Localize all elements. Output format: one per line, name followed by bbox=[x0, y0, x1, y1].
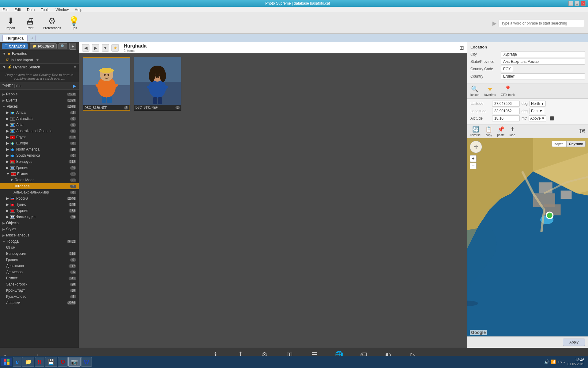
taskbar-word[interactable]: W bbox=[81, 357, 92, 367]
gps-gpx-button[interactable]: 📍 GPX track bbox=[501, 85, 515, 97]
dynamic-search-header[interactable]: ▼ ⚡ Dynamic Search ≡ bbox=[0, 63, 79, 71]
map-image[interactable]: Google bbox=[467, 138, 588, 336]
dynamic-search-menu[interactable]: ≡ bbox=[74, 65, 76, 70]
altitude-input[interactable] bbox=[492, 115, 520, 121]
tree-styles[interactable]: ▶ Styles bbox=[0, 226, 79, 232]
tree-kronstadt[interactable]: Кронштадт 30 bbox=[0, 287, 79, 293]
add-button[interactable]: + bbox=[69, 43, 76, 50]
nav-forward-button[interactable]: ▶ bbox=[92, 44, 99, 52]
nav-back-button[interactable]: ◀ bbox=[82, 44, 89, 52]
favorites-header[interactable]: ▼ ★ Favorites bbox=[0, 50, 79, 57]
menu-window[interactable]: Window bbox=[54, 8, 70, 12]
tips-button[interactable]: 💡 Tips bbox=[67, 17, 81, 30]
print-button[interactable]: 🖨 Print bbox=[23, 17, 37, 30]
tree-africa[interactable]: ▶ 🌍 Africa 2 bbox=[0, 109, 79, 116]
tree-australia[interactable]: ▶ 🌏 Australia and Oceania 0 bbox=[0, 128, 79, 134]
tree-miscellaneous[interactable]: ▶ Miscellaneous bbox=[0, 232, 79, 238]
tree-egypt-ru[interactable]: ▼ E Египет 21 bbox=[0, 171, 79, 177]
tree-europe[interactable]: ▶ 🌍 Europe 0 bbox=[0, 140, 79, 146]
tree-goroda[interactable]: ▼ Города 9452 bbox=[0, 238, 79, 244]
longitude-direction[interactable]: East ▼ bbox=[530, 108, 544, 114]
import-button[interactable]: ⬇ Import bbox=[4, 17, 17, 30]
latitude-input[interactable] bbox=[492, 101, 520, 107]
country-value[interactable]: Египет bbox=[501, 73, 585, 79]
country-code-value[interactable]: EGY bbox=[501, 66, 513, 72]
tree-places[interactable]: ▼ Places 1075 bbox=[0, 103, 79, 109]
tree-tunisia[interactable]: ▶ 🇹🇳 Тунис 145 bbox=[0, 201, 79, 208]
tree-greece[interactable]: ▶ 🇬🇷 Греция 24 bbox=[0, 165, 79, 171]
tree-zelenogorsk[interactable]: Зеленогорск 20 bbox=[0, 281, 79, 287]
tree-devyatkino[interactable]: Девяткино 117 bbox=[0, 263, 79, 269]
menu-edit[interactable]: Edit bbox=[13, 8, 22, 12]
preferences-button[interactable]: ⚙ Preferences bbox=[43, 17, 61, 30]
taskbar-hdd[interactable]: 💾 bbox=[45, 357, 57, 367]
gps-lookup-button[interactable]: 🔍 lookup bbox=[470, 85, 479, 97]
map-load-button[interactable]: ⬆ load bbox=[510, 126, 515, 137]
zoom-out-button[interactable]: − bbox=[470, 163, 477, 169]
tree-akhmar[interactable]: Аль-Бахр-аль-Ахмар 0 bbox=[0, 189, 79, 195]
tree-denisovo[interactable]: Денисово 56 bbox=[0, 269, 79, 275]
map-copy-button[interactable]: 📋 copy bbox=[485, 126, 492, 137]
tree-lavriki[interactable]: Лаврики 2056 bbox=[0, 300, 79, 306]
photo-thumb-2[interactable]: DSC_S191.NEF 2 bbox=[134, 57, 181, 111]
apply-button[interactable]: Apply bbox=[563, 339, 585, 346]
tree-belarus[interactable]: ▶ 🇧🇾 Беларусь 112 bbox=[0, 159, 79, 165]
maximize-button[interactable]: □ bbox=[575, 1, 579, 6]
latitude-direction[interactable]: North ▼ bbox=[530, 101, 546, 107]
menu-file[interactable]: File bbox=[1, 8, 9, 12]
tree-turkey[interactable]: ▶ 🇹🇷 Турция 138 bbox=[0, 208, 79, 214]
tree-69km[interactable]: 69 км bbox=[0, 244, 79, 251]
current-tab[interactable]: Hurghada bbox=[2, 35, 28, 41]
photo-thumb-1[interactable]: DSC_S189.NEF 2 bbox=[83, 57, 130, 111]
start-button[interactable] bbox=[1, 358, 12, 366]
map-compass[interactable]: ✛ bbox=[470, 141, 482, 153]
tree-kuzmolov[interactable]: Кузьмолово 5 bbox=[0, 293, 79, 300]
map-type-map-button[interactable]: Карта bbox=[552, 141, 566, 147]
play-button[interactable]: ▶ bbox=[73, 83, 76, 88]
menu-help[interactable]: Help bbox=[74, 8, 84, 12]
in-last-import-item[interactable]: ☑ In Last Import ▼ bbox=[0, 57, 79, 63]
catalog-button[interactable]: ☰ CATALOG bbox=[2, 43, 28, 49]
global-search-input[interactable] bbox=[499, 20, 584, 27]
taskbar-photosupreme[interactable]: 📷 bbox=[68, 357, 81, 367]
search-button[interactable]: 🔍 bbox=[58, 43, 67, 49]
minimize-button[interactable]: – bbox=[568, 1, 573, 6]
add-tab-button[interactable]: + bbox=[29, 35, 36, 41]
nav-star-button[interactable]: ★ bbox=[111, 44, 119, 52]
tree-antarctica[interactable]: ▶ ❄ Antarctica 0 bbox=[0, 116, 79, 122]
tree-events[interactable]: ▶ Events 1329 bbox=[0, 97, 79, 103]
city-value[interactable]: Хургада bbox=[501, 51, 585, 57]
tree-asia[interactable]: ▶ 🌏 Asia 0 bbox=[0, 122, 79, 128]
folders-button[interactable]: 📁 FOLDERS bbox=[30, 43, 57, 49]
view-icon[interactable]: ⊞ bbox=[459, 44, 464, 51]
tree-people[interactable]: ▶ People 7560 bbox=[0, 91, 79, 97]
state-value[interactable]: Аль-Бахр-аль-Ахмар bbox=[501, 59, 585, 65]
map-paste-button[interactable]: 📌 paste bbox=[497, 126, 504, 137]
keyboard-lang[interactable]: РУС bbox=[558, 360, 565, 364]
menu-tools[interactable]: Tools bbox=[40, 8, 51, 12]
taskbar-ie[interactable]: e bbox=[13, 357, 21, 367]
tree-russia[interactable]: ▶ 🇷🇺 Россия 2046 bbox=[0, 195, 79, 201]
tree-north-america[interactable]: ▶ 🌎 North America 10 bbox=[0, 146, 79, 152]
longitude-input[interactable] bbox=[492, 108, 520, 114]
map-extra-button[interactable]: 🗺 bbox=[579, 128, 585, 135]
zoom-in-button[interactable]: + bbox=[470, 155, 477, 162]
tree-rotes-meer[interactable]: ▼ Rotes Meer 21 bbox=[0, 177, 79, 183]
close-button[interactable]: ✕ bbox=[581, 1, 586, 6]
map-reverse-button[interactable]: 🔄 reverse bbox=[470, 126, 481, 137]
gps-favorites-button[interactable]: ★ favorites bbox=[484, 85, 496, 97]
menu-data[interactable]: Data bbox=[26, 8, 36, 12]
tree-south-america[interactable]: ▶ 🌎 South America 0 bbox=[0, 152, 79, 159]
tree-egypt[interactable]: ▶ E Egypt 103 bbox=[0, 134, 79, 140]
taskbar-opera[interactable]: O bbox=[58, 357, 68, 367]
altitude-ref[interactable]: Above ▼ bbox=[529, 115, 546, 121]
taskbar-yandex[interactable]: Я bbox=[35, 357, 44, 367]
tree-objects[interactable]: ▶ Objects bbox=[0, 220, 79, 226]
nav-filter-button[interactable]: ▼ bbox=[102, 44, 109, 52]
tree-belorussia[interactable]: Белоруссия 119 bbox=[0, 251, 79, 257]
tree-greece-city[interactable]: Греция 0 bbox=[0, 257, 79, 263]
map-type-satellite-button[interactable]: Спутник bbox=[566, 141, 586, 147]
taskbar-folder[interactable]: 📁 bbox=[22, 357, 34, 367]
tree-finland[interactable]: ▶ 🇫🇮 Финляндия 69 bbox=[0, 214, 79, 220]
tree-hurghada[interactable]: Hurghada 2 bbox=[0, 183, 79, 189]
